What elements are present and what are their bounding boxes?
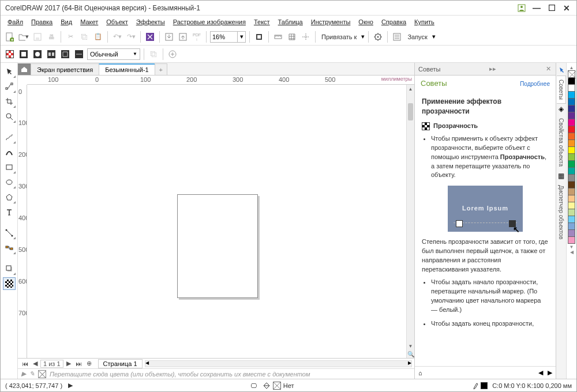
menu-tools[interactable]: Инструменты: [308, 17, 354, 27]
prop-icon-1[interactable]: [4, 48, 16, 60]
shape-tool[interactable]: [3, 80, 16, 93]
snap-label[interactable]: Привязать к: [319, 33, 359, 40]
prev-page[interactable]: ◀: [31, 360, 39, 367]
sidetab-icon-2[interactable]: ◈: [559, 105, 564, 113]
minimize-button[interactable]: —: [529, 2, 544, 14]
grid-button[interactable]: [286, 31, 298, 43]
transparency-mode-combo[interactable]: Обычный▼: [87, 48, 140, 60]
prop-copy-button[interactable]: ⿻: [148, 48, 159, 60]
prop-icon-6[interactable]: [73, 48, 85, 60]
hints-back-icon[interactable]: ◀: [538, 369, 543, 376]
home-tab[interactable]: [18, 63, 31, 75]
zoom-combo[interactable]: ▾: [210, 31, 246, 43]
zoom-dropdown[interactable]: ▾: [238, 31, 246, 43]
prop-icon-5[interactable]: [59, 48, 71, 60]
prop-add-button[interactable]: [167, 48, 178, 60]
page-tab[interactable]: Страница 1: [98, 359, 143, 368]
tab-new[interactable]: +: [155, 63, 167, 75]
sidetab-object-manager[interactable]: Диспетчер объектов: [557, 181, 566, 243]
artistic-media-tool[interactable]: [3, 146, 16, 159]
zoom-tool[interactable]: [3, 110, 16, 123]
tab-document[interactable]: Безымянный-1: [99, 63, 155, 75]
ruler-vertical[interactable]: 0 100 200 300 400 500 600 700: [18, 85, 27, 358]
prop-icon-2[interactable]: [18, 48, 29, 60]
sidetab-properties[interactable]: Свойства объекта: [557, 114, 566, 171]
crop-tool[interactable]: [3, 95, 16, 108]
sidetab-icon-3[interactable]: ▦: [558, 172, 564, 180]
hints-more-link[interactable]: Подробнее: [520, 81, 550, 87]
fill-indicator[interactable]: Нет: [263, 382, 294, 390]
publish-pdf-button[interactable]: PDF↓: [191, 31, 203, 43]
palette-flyout[interactable]: ◀: [570, 250, 574, 255]
ruler-horizontal[interactable]: 100 0 100 200 300 400 500 миллиметры: [27, 76, 414, 85]
docker-collapse-icon[interactable]: ▸▸: [488, 65, 497, 73]
add-page[interactable]: ⊕: [85, 360, 93, 367]
copy-button[interactable]: ⿻: [78, 31, 90, 43]
prop-icon-3[interactable]: [32, 48, 43, 60]
ellipse-tool[interactable]: [3, 176, 16, 189]
menu-object[interactable]: Объект: [103, 17, 131, 27]
last-page[interactable]: ⏭: [74, 360, 84, 367]
launch-label[interactable]: Запуск: [405, 33, 429, 40]
save-button[interactable]: [32, 31, 43, 43]
menu-buy[interactable]: Купить: [411, 17, 438, 27]
docker-tab-arrow[interactable]: [558, 65, 565, 74]
print-button[interactable]: 🖶: [46, 31, 57, 43]
menu-window[interactable]: Окно: [355, 17, 377, 27]
close-button[interactable]: ✕: [559, 2, 574, 14]
launch-dropdown[interactable]: ▾: [432, 33, 436, 40]
menu-bitmaps[interactable]: Растровые изображения: [170, 17, 249, 27]
sidetab-hints[interactable]: Советы: [557, 76, 566, 104]
menu-help[interactable]: Справка: [378, 17, 410, 27]
docker-header[interactable]: Советы ▸▸ ✕: [415, 63, 556, 76]
no-fill-swatch[interactable]: [568, 70, 575, 78]
launch-icon[interactable]: [391, 31, 403, 43]
color-swatch[interactable]: [568, 236, 575, 244]
menu-view[interactable]: Вид: [57, 17, 76, 27]
account-icon[interactable]: [514, 2, 529, 14]
outline-indicator[interactable]: C:0 M:0 Y:0 K:100 0,200 мм: [471, 382, 572, 390]
vertical-scrollbar[interactable]: ▲▼🔍: [406, 85, 414, 358]
connector-tool[interactable]: [3, 242, 16, 254]
menu-file[interactable]: Файл: [4, 17, 27, 27]
new-button[interactable]: [4, 31, 16, 43]
polygon-tool[interactable]: [3, 191, 16, 203]
menu-text[interactable]: Текст: [250, 17, 273, 27]
undo-button[interactable]: ↶▾: [111, 31, 123, 43]
eyedropper-icon[interactable]: ✎: [29, 370, 35, 378]
text-tool[interactable]: [3, 206, 16, 218]
freehand-tool[interactable]: [3, 131, 16, 144]
paste-button[interactable]: 📋: [92, 31, 104, 43]
import-button[interactable]: [163, 31, 175, 43]
fullscreen-button[interactable]: [253, 31, 265, 43]
tab-welcome[interactable]: Экран приветствия: [31, 63, 99, 75]
hints-fwd-icon[interactable]: ▶: [548, 369, 552, 376]
open-button[interactable]: ▾: [18, 31, 29, 43]
guidelines-button[interactable]: [300, 31, 312, 43]
menu-table[interactable]: Таблица: [275, 17, 306, 27]
first-page[interactable]: ⏮: [20, 360, 30, 367]
options-button[interactable]: [372, 31, 384, 43]
search-button[interactable]: [144, 31, 156, 43]
palette-up[interactable]: ▲: [569, 65, 574, 70]
transparency-tool[interactable]: [3, 277, 16, 290]
document-palette[interactable]: ▶ ✎ Перетащите сюда цвета (или объекты),…: [18, 368, 414, 379]
rectangle-tool[interactable]: [3, 161, 16, 174]
status-expand[interactable]: ▶: [68, 382, 73, 389]
palette-down[interactable]: ▼: [569, 244, 574, 250]
zoom-input[interactable]: [210, 31, 238, 43]
export-button[interactable]: [177, 31, 189, 43]
menu-layout[interactable]: Макет: [77, 17, 102, 27]
maximize-button[interactable]: [544, 2, 559, 14]
drop-shadow-tool[interactable]: [3, 262, 16, 275]
cut-button[interactable]: ✂: [65, 31, 76, 43]
horizontal-scrollbar[interactable]: ◀▶: [145, 360, 412, 367]
next-page[interactable]: ▶: [65, 360, 73, 367]
no-color-swatch[interactable]: [38, 370, 46, 378]
dimension-tool[interactable]: [3, 227, 16, 239]
redo-button[interactable]: ↷▾: [125, 31, 137, 43]
docker-close-icon[interactable]: ✕: [545, 65, 552, 73]
pick-tool[interactable]: [3, 65, 16, 78]
menu-edit[interactable]: Правка: [28, 17, 56, 27]
canvas[interactable]: [27, 85, 406, 358]
